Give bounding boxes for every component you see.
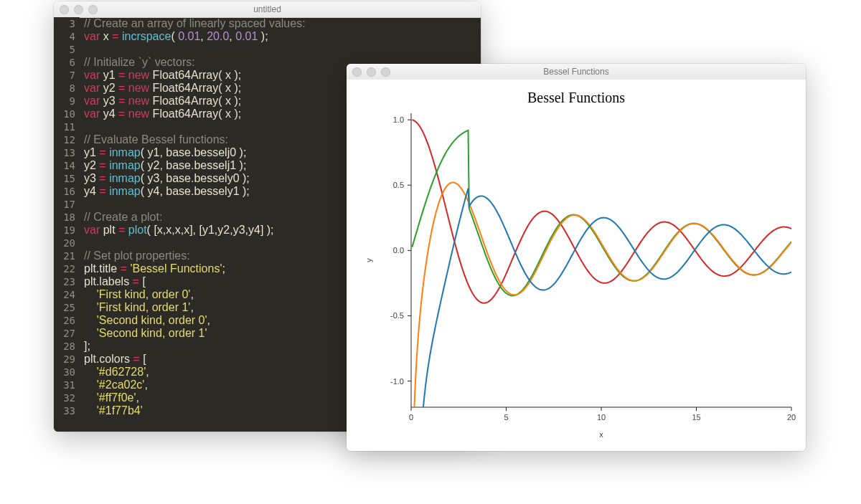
svg-text:20: 20 xyxy=(787,413,796,422)
plot-window: Bessel Functions Bessel Functions 051015… xyxy=(347,64,806,451)
window-controls[interactable] xyxy=(352,67,390,77)
window-controls[interactable] xyxy=(60,5,98,14)
plot-window-title: Bessel Functions xyxy=(347,67,806,77)
svg-text:0: 0 xyxy=(409,413,413,422)
svg-text:15: 15 xyxy=(692,413,700,422)
minimize-icon[interactable] xyxy=(74,5,83,14)
code-line[interactable] xyxy=(84,43,481,56)
close-icon[interactable] xyxy=(352,67,362,77)
zoom-icon[interactable] xyxy=(88,5,98,14)
svg-text:-1.0: -1.0 xyxy=(390,377,404,386)
editor-window-title: untitled xyxy=(54,4,481,14)
svg-text:10: 10 xyxy=(597,413,606,422)
svg-text:5: 5 xyxy=(504,413,508,422)
zoom-icon[interactable] xyxy=(381,67,390,77)
editor-titlebar[interactable]: untitled xyxy=(54,1,481,18)
svg-text:y: y xyxy=(364,258,373,262)
chart-svg: 05101520-1.0-0.50.00.51.0xy xyxy=(347,106,806,450)
code-line[interactable]: var x = incrspace( 0.01, 20.0, 0.01 ); xyxy=(84,30,481,43)
svg-text:x: x xyxy=(599,430,603,439)
svg-text:0.5: 0.5 xyxy=(393,181,404,189)
svg-text:-0.5: -0.5 xyxy=(390,311,404,320)
chart-title: Bessel Functions xyxy=(347,90,806,106)
minimize-icon[interactable] xyxy=(367,67,376,77)
series-j1 xyxy=(412,130,791,296)
series-y0 xyxy=(412,182,791,450)
code-line[interactable]: // Create an array of linearly spaced va… xyxy=(84,17,481,30)
svg-text:1.0: 1.0 xyxy=(393,115,404,124)
line-number-gutter: 3456789101112131415161718192021222324252… xyxy=(54,17,80,432)
series-y1 xyxy=(412,189,791,450)
svg-text:0.0: 0.0 xyxy=(393,246,404,255)
close-icon[interactable] xyxy=(60,5,69,14)
plot-titlebar[interactable]: Bessel Functions xyxy=(347,64,806,80)
chart-canvas: Bessel Functions 05101520-1.0-0.50.00.51… xyxy=(347,80,806,451)
